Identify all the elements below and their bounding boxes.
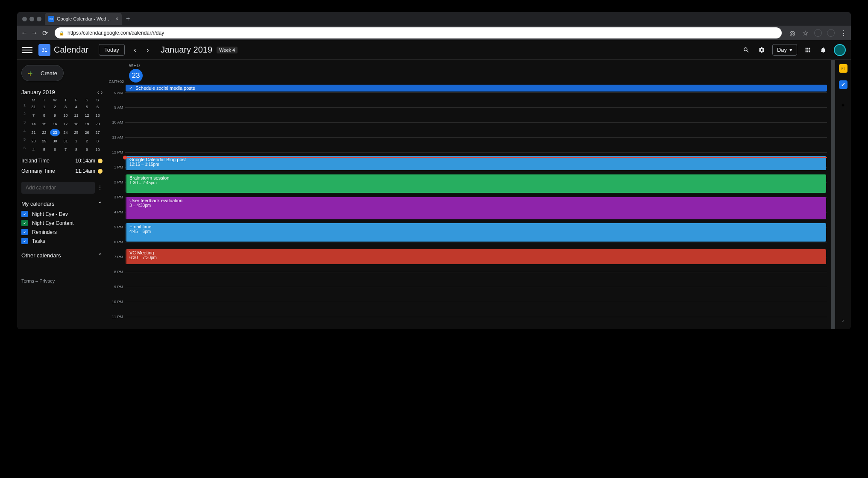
mini-day-cell[interactable]: 10 bbox=[61, 112, 70, 119]
calendar-checkbox[interactable]: ✓ bbox=[21, 238, 28, 244]
mini-day-cell[interactable]: 4 bbox=[71, 103, 81, 111]
mini-day-cell[interactable]: 24 bbox=[61, 129, 70, 136]
mini-day-cell[interactable]: 11 bbox=[71, 112, 81, 119]
calendar-checkbox[interactable]: ✓ bbox=[21, 229, 28, 235]
url-input[interactable]: 🔒 https://calendar.google.com/calendar/r… bbox=[55, 27, 782, 38]
mini-day-cell[interactable]: 29 bbox=[39, 137, 49, 145]
next-period-button[interactable]: › bbox=[142, 44, 154, 56]
mini-prev-month[interactable]: ‹ bbox=[97, 89, 99, 95]
forward-button[interactable]: → bbox=[31, 29, 38, 37]
calendar-list-item[interactable]: ✓Reminders bbox=[21, 227, 103, 236]
apps-grid-button[interactable] bbox=[803, 45, 812, 55]
mini-day-cell[interactable]: 22 bbox=[39, 129, 49, 136]
tasks-app-icon[interactable]: ✔ bbox=[839, 80, 847, 89]
bookmark-star-icon[interactable]: ☆ bbox=[801, 29, 809, 37]
other-calendars-header[interactable]: Other calendars bbox=[21, 252, 61, 259]
extension-icon[interactable] bbox=[814, 29, 822, 37]
mini-day-cell[interactable]: 15 bbox=[39, 120, 49, 128]
my-calendars-header[interactable]: My calendars bbox=[21, 201, 54, 207]
mini-day-cell[interactable]: 17 bbox=[61, 120, 70, 128]
close-tab-icon[interactable]: × bbox=[115, 16, 118, 22]
mini-day-cell[interactable]: 9 bbox=[82, 146, 92, 153]
mini-day-cell[interactable]: 8 bbox=[39, 112, 49, 119]
mini-day-cell[interactable]: 18 bbox=[71, 120, 81, 128]
mini-day-cell[interactable]: 28 bbox=[29, 137, 38, 145]
chevron-up-icon[interactable]: ⌃ bbox=[98, 252, 103, 259]
mini-day-cell[interactable]: 30 bbox=[50, 137, 60, 145]
scrollbar[interactable] bbox=[831, 60, 835, 329]
main-menu-button[interactable] bbox=[22, 45, 32, 55]
site-permissions-icon[interactable]: ◎ bbox=[789, 29, 796, 37]
browser-menu-icon[interactable]: ⋮ bbox=[840, 29, 847, 37]
prev-period-button[interactable]: ‹ bbox=[129, 44, 141, 56]
all-day-event[interactable]: ✓ Schedule social media posts bbox=[126, 85, 827, 91]
keep-app-icon[interactable]: ⏍ bbox=[839, 64, 847, 73]
create-button[interactable]: Create bbox=[21, 65, 64, 81]
calendar-event[interactable]: Brainstorm session1:30 – 2:45pm bbox=[126, 174, 826, 193]
mini-day-cell[interactable]: 5 bbox=[82, 103, 92, 111]
mini-day-cell[interactable]: 31 bbox=[29, 103, 38, 111]
today-button[interactable]: Today bbox=[99, 44, 125, 56]
add-calendar-menu[interactable]: ⋮ bbox=[97, 185, 103, 191]
calendar-checkbox[interactable]: ✓ bbox=[21, 220, 28, 226]
mini-day-cell[interactable]: 10 bbox=[93, 146, 103, 153]
mini-day-cell[interactable]: 7 bbox=[61, 146, 70, 153]
calendar-event[interactable]: User feedback evaluation3 – 4:30pm bbox=[126, 197, 826, 219]
close-window[interactable] bbox=[22, 17, 27, 21]
terms-link[interactable]: Terms bbox=[21, 278, 34, 283]
back-button[interactable]: ← bbox=[21, 29, 28, 37]
mini-day-cell[interactable]: 31 bbox=[61, 137, 70, 145]
day-grid[interactable]: 8 AM9 AM10 AM11 AM12 PM1 PM2 PM3 PM4 PM5… bbox=[107, 92, 831, 329]
mini-day-cell[interactable]: 19 bbox=[82, 120, 92, 128]
mini-day-cell[interactable]: 7 bbox=[29, 112, 38, 119]
mini-day-cell[interactable]: 3 bbox=[93, 137, 103, 145]
reload-button[interactable]: ⟳ bbox=[41, 29, 49, 37]
mini-day-cell[interactable]: 23 bbox=[50, 129, 60, 136]
search-button[interactable] bbox=[742, 45, 751, 55]
mini-day-cell[interactable]: 1 bbox=[39, 103, 49, 111]
minimize-window[interactable] bbox=[29, 17, 34, 21]
calendar-event[interactable]: Email time4:45 – 6pm bbox=[126, 223, 826, 242]
chevron-up-icon[interactable]: ⌃ bbox=[98, 201, 103, 207]
mini-day-cell[interactable]: 2 bbox=[82, 137, 92, 145]
mini-day-cell[interactable]: 2 bbox=[50, 103, 60, 111]
mini-day-cell[interactable]: 3 bbox=[61, 103, 70, 111]
calendar-list-item[interactable]: ✓Tasks bbox=[21, 236, 103, 245]
day-number-badge[interactable]: 23 bbox=[129, 69, 143, 83]
calendar-event[interactable]: Google Calendar Blog post12:15 – 1:15pm bbox=[126, 156, 826, 170]
mini-day-cell[interactable]: 14 bbox=[29, 120, 38, 128]
mini-day-cell[interactable]: 26 bbox=[82, 129, 92, 136]
mini-day-cell[interactable]: 9 bbox=[50, 112, 60, 119]
mini-day-cell[interactable]: 27 bbox=[93, 129, 103, 136]
mini-day-cell[interactable]: 21 bbox=[29, 129, 38, 136]
settings-button[interactable] bbox=[757, 45, 766, 55]
mini-day-cell[interactable]: 6 bbox=[50, 146, 60, 153]
mini-day-cell[interactable]: 12 bbox=[82, 112, 92, 119]
mini-calendar[interactable]: MTWTFSS131123456278910111213314151617181… bbox=[21, 98, 103, 153]
mini-next-month[interactable]: › bbox=[101, 89, 103, 95]
mini-day-cell[interactable]: 16 bbox=[50, 120, 60, 128]
mini-day-cell[interactable]: 8 bbox=[71, 146, 81, 153]
calendar-event[interactable]: VC Meeting6:30 – 7:30pm bbox=[126, 249, 826, 264]
maximize-window[interactable] bbox=[37, 17, 41, 21]
add-calendar-input[interactable] bbox=[21, 182, 95, 194]
mini-day-cell[interactable]: 4 bbox=[29, 146, 38, 153]
collapse-panel-button[interactable]: › bbox=[839, 316, 847, 325]
calendar-list-item[interactable]: ✓Night Eye - Dev bbox=[21, 209, 103, 218]
calendar-list-item[interactable]: ✓Night Eye Content bbox=[21, 218, 103, 227]
mini-day-cell[interactable]: 20 bbox=[93, 120, 103, 128]
mini-day-cell[interactable]: 13 bbox=[93, 112, 103, 119]
notifications-button[interactable] bbox=[818, 45, 828, 55]
mini-day-cell[interactable]: 5 bbox=[39, 146, 49, 153]
privacy-link[interactable]: Privacy bbox=[39, 278, 55, 283]
extension-icon[interactable] bbox=[827, 29, 835, 37]
new-tab-button[interactable]: + bbox=[126, 15, 130, 23]
mini-day-cell[interactable]: 25 bbox=[71, 129, 81, 136]
app-logo[interactable]: 31 Calendar bbox=[38, 44, 88, 56]
mini-day-cell[interactable]: 6 bbox=[93, 103, 103, 111]
browser-tab[interactable]: 23 Google Calendar - Wednesday × bbox=[45, 13, 122, 25]
calendar-checkbox[interactable]: ✓ bbox=[21, 211, 28, 217]
view-selector[interactable]: Day ▾ bbox=[772, 44, 797, 56]
account-avatar[interactable] bbox=[834, 44, 846, 56]
add-addon-button[interactable]: + bbox=[839, 101, 847, 109]
